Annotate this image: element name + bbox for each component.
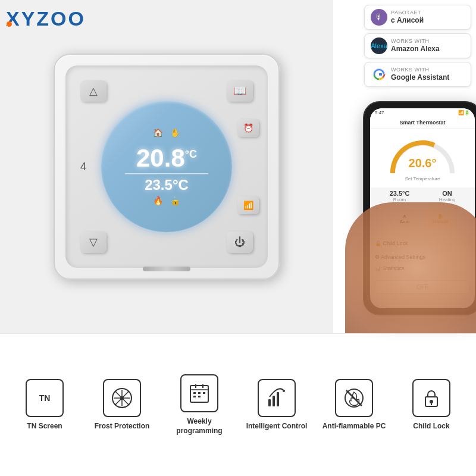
current-temp-display: 20.8°C	[136, 146, 197, 171]
google-text: WORKS WITH Google Assistant	[391, 67, 449, 82]
alexa-works: WORKS with	[391, 38, 440, 45]
thermostat-inner: △ 📖 ▽ ⏻ ⏰ 📶 4 🏠 ✋ 20.8°C	[65, 65, 268, 268]
alexa-name: Amazon Alexa	[391, 45, 440, 53]
alexa-badge: Alexa WORKS with Amazon Alexa	[364, 33, 471, 58]
svg-rect-16	[277, 392, 279, 406]
anti-flammable-label: Anti-flammable PC	[322, 422, 386, 431]
phone-time: 5:47	[375, 110, 384, 115]
hand-decoration	[345, 202, 476, 333]
svg-point-21	[430, 400, 433, 403]
home-icon: 🏠	[153, 128, 163, 137]
svg-point-17	[283, 390, 285, 392]
phone-status-icons: 📶🔋	[458, 110, 470, 115]
room-status: 23.5°C Room	[390, 190, 410, 202]
phone-temp-display: 20.6° Set Temperature	[370, 129, 475, 187]
status-label: Heating	[439, 197, 456, 202]
right-panel: 🎙 Работает с Алисой Alexa WORKS with Ama…	[333, 0, 476, 333]
lcd-screen: 🏠 ✋ 20.8°C 23.5°C 🔥 🔒	[101, 101, 232, 232]
badge-area: 🎙 Работает с Алисой Alexa WORKS with Ama…	[364, 5, 471, 87]
temp-value: 20.8	[136, 144, 185, 172]
svg-rect-11	[203, 392, 205, 394]
alice-text: Работает с Алисой	[391, 10, 424, 24]
set-temp-label: Set Temperature	[375, 176, 470, 181]
schedule-button[interactable]: ⏰	[237, 119, 259, 137]
feature-intelligent-control: Intelligent Control	[244, 379, 309, 431]
lock-icon: 🔒	[170, 196, 180, 205]
alice-icon: 🎙	[371, 9, 387, 26]
svg-rect-14	[268, 399, 271, 406]
temp-unit: °C	[185, 148, 197, 160]
feature-child-lock: Child Lock	[399, 379, 464, 431]
frost-icon	[103, 379, 141, 417]
intelligent-svg	[266, 387, 287, 409]
set-temp-display: 23.5°C	[145, 177, 189, 193]
brand-name: XYZOO	[6, 7, 86, 30]
svg-point-4	[120, 396, 124, 400]
flame-icon: 🔥	[153, 196, 163, 205]
room-label: Room	[390, 197, 410, 202]
child-lock-svg	[421, 387, 442, 409]
heating-status: ON Heating	[439, 190, 456, 202]
alice-name: с Алисой	[391, 16, 424, 24]
brand-logo: XYZOO	[6, 7, 86, 41]
wifi-button[interactable]: 📶	[237, 196, 259, 214]
intelligent-icon	[258, 379, 296, 417]
feature-frost-protection: Frost Protection	[89, 379, 155, 431]
temp-gauge: 20.6°	[387, 134, 458, 176]
weekly-label: Weekly programming	[167, 417, 232, 436]
phone-status-bar: 5:47 📶🔋	[370, 108, 475, 117]
weekly-icon	[180, 374, 218, 412]
tn-screen-label: TN Screen	[27, 422, 62, 431]
alice-works: Работает	[391, 10, 424, 16]
thermostat-device: △ 📖 ▽ ⏻ ⏰ 📶 4 🏠 ✋ 20.8°C	[54, 54, 280, 280]
child-lock-label: Child Lock	[413, 422, 449, 431]
weekly-svg	[189, 383, 210, 404]
svg-text:20.6°: 20.6°	[409, 156, 437, 170]
feature-weekly-programming: Weekly programming	[167, 374, 232, 436]
google-icon	[371, 66, 387, 83]
feature-tn-screen: TN TN Screen	[12, 379, 77, 431]
alexa-icon: Alexa	[371, 37, 387, 54]
book-button[interactable]: 📖	[227, 80, 253, 102]
svg-rect-12	[193, 396, 196, 397]
google-works: WORKS WITH	[391, 67, 449, 73]
top-section: △ 📖 ▽ ⏻ ⏰ 📶 4 🏠 ✋ 20.8°C	[0, 0, 476, 333]
svg-rect-15	[273, 396, 275, 406]
feature-anti-flammable: Anti-flammable PC	[321, 379, 387, 431]
thermostat-area: △ 📖 ▽ ⏻ ⏰ 📶 4 🏠 ✋ 20.8°C	[0, 0, 333, 333]
logo-dot	[7, 21, 12, 27]
frost-svg	[111, 387, 133, 409]
svg-rect-9	[193, 392, 196, 394]
power-button[interactable]: ⏻	[227, 231, 253, 253]
google-badge: WORKS WITH Google Assistant	[364, 62, 471, 87]
thermostat-bar	[143, 267, 190, 271]
tn-screen-icon: TN	[26, 379, 64, 417]
room-val: 23.5°C	[390, 190, 410, 197]
status-val: ON	[439, 190, 456, 197]
svg-rect-13	[198, 396, 201, 397]
anti-flammable-svg	[343, 387, 365, 409]
child-lock-icon	[412, 379, 450, 417]
features-section: TN TN Screen Frost Protection	[0, 333, 476, 476]
hand-icon: ✋	[170, 128, 180, 137]
frost-label: Frost Protection	[95, 422, 150, 431]
alice-badge: 🎙 Работает с Алисой	[364, 5, 471, 30]
phone-app-title: Smart Thermostat	[370, 117, 475, 129]
lcd-bottom-icons: 🔥 🔒	[153, 196, 180, 205]
lcd-top-icons: 🏠 ✋	[153, 128, 180, 137]
mode-indicator: 4	[74, 158, 92, 176]
lcd-divider	[125, 173, 208, 174]
alexa-text: WORKS with Amazon Alexa	[391, 38, 440, 53]
intelligent-label: Intelligent Control	[246, 422, 308, 431]
google-name: Google Assistant	[391, 73, 449, 82]
down-button[interactable]: ▽	[80, 231, 107, 253]
anti-flammable-icon	[335, 379, 373, 417]
svg-rect-10	[198, 392, 201, 394]
up-button[interactable]: △	[80, 80, 107, 102]
